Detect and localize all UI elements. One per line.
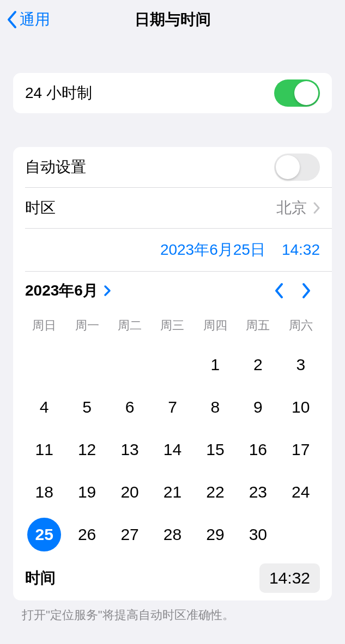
calendar-day[interactable]: 6 xyxy=(113,390,147,424)
calendar-day-empty xyxy=(113,348,147,382)
calendar-day[interactable]: 10 xyxy=(284,390,318,424)
selected-date-button[interactable]: 2023年6月25日 xyxy=(160,240,265,260)
calendar-day-empty xyxy=(70,348,104,382)
chevron-right-icon xyxy=(104,285,111,297)
next-month-button[interactable] xyxy=(293,277,320,304)
selected-time-button[interactable]: 14:32 xyxy=(282,241,320,259)
row-time: 时间 14:32 xyxy=(13,556,332,600)
hint-text: 打开"定位服务"将提高自动时区准确性。 xyxy=(0,600,345,623)
calendar-day[interactable]: 5 xyxy=(70,390,104,424)
calendar-day[interactable]: 28 xyxy=(155,518,189,551)
calendar-grid: 1234567891011121314151617181920212223242… xyxy=(13,344,332,556)
calendar-day[interactable]: 19 xyxy=(70,475,104,509)
calendar-day[interactable]: 16 xyxy=(241,433,275,467)
row-auto-set-label: 自动设置 xyxy=(25,157,274,177)
calendar-day[interactable]: 2 xyxy=(241,348,275,382)
chevron-left-icon xyxy=(274,282,285,299)
toggle-auto-set[interactable] xyxy=(274,154,320,181)
calendar-month-picker[interactable]: 2023年6月 xyxy=(25,280,111,301)
calendar-day[interactable]: 18 xyxy=(27,475,61,509)
weekday-label: 周五 xyxy=(237,313,279,338)
time-picker-button[interactable]: 14:32 xyxy=(259,563,320,593)
row-timezone-value: 北京 xyxy=(276,198,307,218)
calendar-day[interactable]: 11 xyxy=(27,433,61,467)
calendar-day[interactable]: 20 xyxy=(113,475,147,509)
calendar-day[interactable]: 14 xyxy=(155,433,189,467)
calendar-day-empty xyxy=(155,348,189,382)
time-label: 时间 xyxy=(25,568,259,588)
calendar-day[interactable]: 25 xyxy=(27,518,61,551)
calendar-day[interactable]: 7 xyxy=(155,390,189,424)
calendar-day[interactable]: 13 xyxy=(113,433,147,467)
calendar-day[interactable]: 26 xyxy=(70,518,104,551)
weekday-label: 周二 xyxy=(108,313,151,338)
weekday-label: 周三 xyxy=(151,313,193,338)
row-24h: 24 小时制 xyxy=(13,73,332,113)
row-24h-label: 24 小时制 xyxy=(25,83,274,103)
calendar-day[interactable]: 30 xyxy=(241,518,275,551)
calendar-day[interactable]: 1 xyxy=(198,348,232,382)
calendar-day[interactable]: 4 xyxy=(27,390,61,424)
row-auto-set: 自动设置 xyxy=(13,147,332,187)
calendar-day[interactable]: 27 xyxy=(113,518,147,551)
calendar-day[interactable]: 23 xyxy=(241,475,275,509)
weekday-label: 周四 xyxy=(194,313,237,338)
chevron-right-icon xyxy=(313,202,320,214)
calendar-day[interactable]: 15 xyxy=(198,433,232,467)
weekday-label: 周六 xyxy=(280,313,322,338)
prev-month-button[interactable] xyxy=(265,277,293,304)
calendar-day[interactable]: 12 xyxy=(70,433,104,467)
weekday-label: 周一 xyxy=(65,313,108,338)
calendar-day-empty xyxy=(284,518,318,551)
chevron-right-icon xyxy=(301,282,312,299)
calendar-day[interactable]: 8 xyxy=(198,390,232,424)
calendar-day[interactable]: 24 xyxy=(284,475,318,509)
calendar-day[interactable]: 29 xyxy=(198,518,232,551)
calendar-day-empty xyxy=(27,348,61,382)
toggle-24h[interactable] xyxy=(274,79,320,107)
page-title: 日期与时间 xyxy=(0,9,345,30)
calendar-day[interactable]: 21 xyxy=(155,475,189,509)
back-label: 通用 xyxy=(20,9,50,30)
chevron-left-icon xyxy=(7,10,17,29)
row-datetime: 2023年6月25日 14:32 xyxy=(13,229,332,271)
calendar-day[interactable]: 9 xyxy=(241,390,275,424)
calendar-day[interactable]: 3 xyxy=(284,348,318,382)
calendar-month-label: 2023年6月 xyxy=(25,280,98,301)
row-timezone-label: 时区 xyxy=(25,198,276,218)
row-timezone[interactable]: 时区 北京 xyxy=(13,188,332,228)
back-button[interactable]: 通用 xyxy=(7,9,50,30)
calendar-day[interactable]: 17 xyxy=(284,433,318,467)
calendar-day[interactable]: 22 xyxy=(198,475,232,509)
weekday-header: 周日周一周二周三周四周五周六 xyxy=(13,313,332,338)
weekday-label: 周日 xyxy=(23,313,65,338)
